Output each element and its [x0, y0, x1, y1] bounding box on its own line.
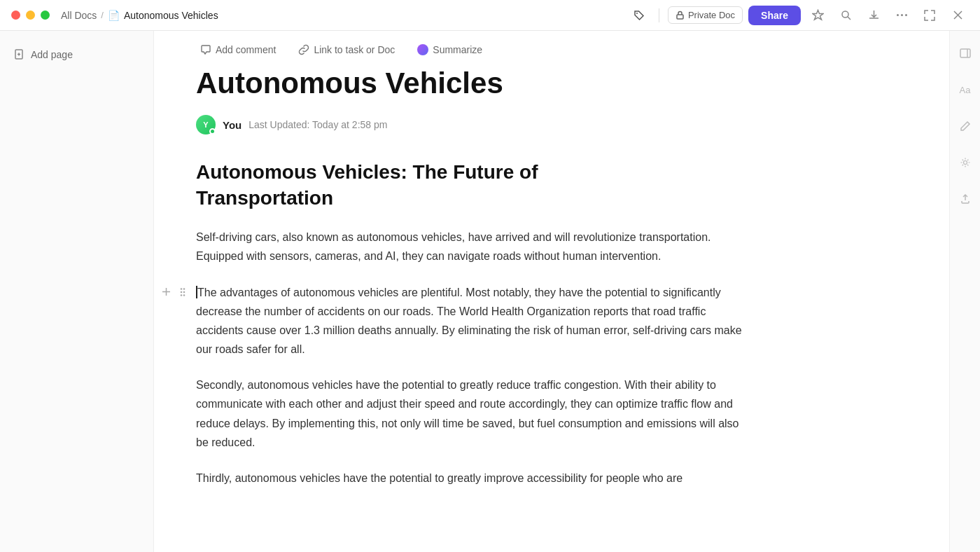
app-body: Add page Add comment Link to task or Doc [0, 31, 980, 552]
traffic-lights [11, 11, 50, 20]
svg-point-18 [183, 291, 186, 293]
minimize-traffic-light[interactable] [26, 11, 35, 20]
summarize-icon [417, 44, 428, 55]
svg-point-7 [905, 14, 907, 16]
link-icon [298, 44, 309, 55]
doc-icon: 📄 [108, 10, 120, 21]
breadcrumb-home-label[interactable]: All Docs [61, 10, 97, 21]
doc-toolbar: Add comment Link to task or Doc Summariz… [154, 31, 949, 66]
private-doc-badge[interactable]: Private Doc [668, 6, 743, 24]
search-button[interactable] [834, 4, 857, 27]
add-block-button[interactable] [158, 284, 174, 300]
paragraph-3[interactable]: Secondly, autonomous vehicles have the p… [196, 375, 742, 452]
svg-point-3 [842, 11, 848, 18]
svg-point-15 [181, 288, 183, 290]
breadcrumb-separator: / [101, 10, 104, 20]
close-traffic-light[interactable] [11, 11, 20, 20]
right-panel: Aa [949, 31, 980, 552]
link-to-task-button[interactable]: Link to task or Doc [294, 42, 399, 57]
svg-point-0 [636, 13, 638, 14]
svg-point-5 [897, 14, 899, 16]
font-settings-icon[interactable]: Aa [954, 78, 976, 101]
favorite-button[interactable] [806, 4, 829, 27]
svg-point-6 [901, 14, 903, 16]
link-to-task-label: Link to task or Doc [314, 44, 395, 55]
svg-point-16 [183, 288, 186, 290]
close-button[interactable] [946, 4, 969, 27]
summarize-button[interactable]: Summarize [413, 42, 486, 57]
svg-point-19 [181, 294, 183, 296]
svg-marker-2 [813, 11, 823, 20]
export-button[interactable] [862, 4, 885, 27]
divider [659, 8, 659, 22]
more-options-button[interactable] [890, 4, 913, 27]
svg-line-4 [848, 17, 850, 20]
main-content: Add comment Link to task or Doc Summariz… [154, 31, 949, 552]
svg-point-23 [963, 161, 967, 165]
section-heading: Autonomous Vehicles: The Future of Trans… [196, 160, 742, 211]
author-name: You [223, 119, 241, 131]
last-updated: Last Updated: Today at 2:58 pm [248, 119, 387, 130]
paragraph-4[interactable]: Thirdly, autonomous vehicles have the po… [196, 469, 742, 488]
paragraph-2[interactable]: The advantages of autonomous vehicles ar… [196, 287, 742, 356]
ai-sparkle-icon[interactable] [954, 151, 976, 174]
titlebar: All Docs / 📄 Autonomous Vehicles Private… [0, 0, 980, 31]
paragraph-2-container: The advantages of autonomous vehicles ar… [196, 283, 742, 359]
share-upload-icon[interactable] [954, 188, 976, 210]
titlebar-actions: Private Doc Share [628, 4, 969, 27]
private-doc-label: Private Doc [688, 10, 735, 20]
add-page-icon [14, 49, 25, 60]
add-comment-icon [200, 44, 211, 55]
author-row: Y You Last Updated: Today at 2:58 pm [196, 115, 742, 134]
drag-block-button[interactable] [175, 284, 190, 300]
summarize-label: Summarize [433, 44, 482, 55]
svg-point-20 [183, 294, 186, 296]
fullscreen-traffic-light[interactable] [41, 11, 50, 20]
add-comment-button[interactable]: Add comment [196, 42, 280, 57]
paragraph-1[interactable]: Self-driving cars, also known as autonom… [196, 228, 742, 265]
doc-body: Autonomous Vehicles Y You Last Updated: … [154, 66, 784, 546]
svg-rect-21 [960, 49, 970, 57]
block-controls [158, 284, 190, 300]
svg-rect-1 [677, 15, 683, 19]
breadcrumb-doc-title: Autonomous Vehicles [124, 10, 218, 21]
add-comment-label: Add comment [216, 44, 276, 55]
tag-button[interactable] [628, 4, 650, 27]
edit-icon[interactable] [954, 115, 976, 137]
breadcrumb: All Docs / 📄 Autonomous Vehicles [61, 10, 218, 21]
sidebar-toggle-icon[interactable] [954, 42, 976, 64]
share-button[interactable]: Share [748, 6, 801, 25]
svg-point-17 [181, 291, 183, 293]
expand-button[interactable] [918, 4, 941, 27]
doc-title[interactable]: Autonomous Vehicles [196, 66, 742, 101]
add-page-label: Add page [31, 49, 73, 60]
avatar: Y [196, 115, 216, 134]
avatar-online-dot [209, 128, 216, 134]
add-page-item[interactable]: Add page [8, 45, 145, 64]
left-sidebar: Add page [0, 31, 154, 552]
